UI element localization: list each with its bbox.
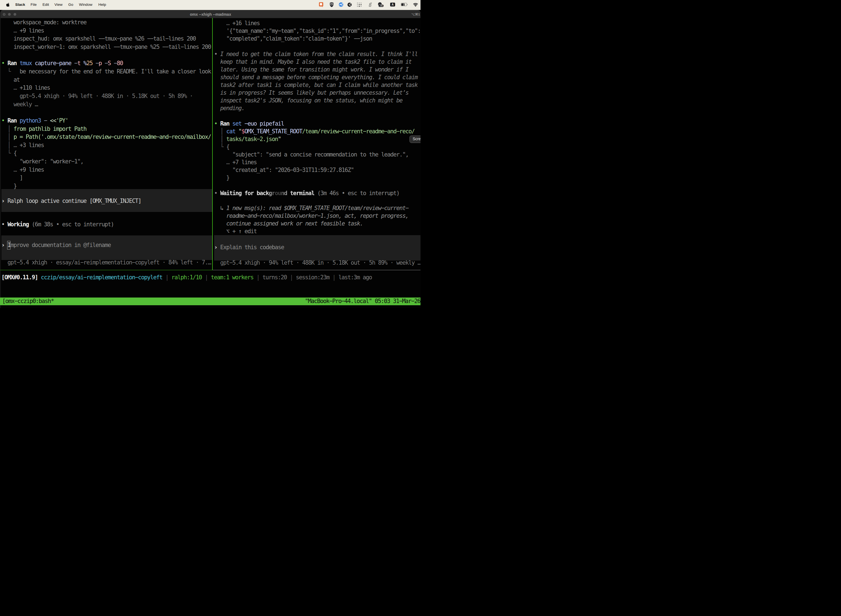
terminal-row: should send a message before completing … [214,73,418,81]
chat-app-icon[interactable] [319,0,324,10]
row-segment: Working [7,221,29,228]
terminal-row: "completed","claim_token":"claim−token"}… [214,35,372,43]
window-title-bar[interactable]: omx --xhigh --madmax ⌥⌘1 [0,10,420,18]
pane-divider[interactable] [212,18,212,270]
row-segment: gpt−5.4 xhigh · essay/ai−reimplementatio… [1,259,211,266]
terminal-row: readme−and−reco/mailbox/worker−1.json, a… [214,212,408,220]
row-segment: capture−pane [32,60,71,66]
terminal-row: "subject": "send a concise recommendatio… [214,151,408,158]
row-segment: gpt−5.4 xhigh · 94% left · 488K in · 5.1… [214,260,420,266]
row-segment: t [77,60,80,66]
tmux-status-bar: [omx−cczip0:bash* "MacBook−Pro−44.local"… [0,298,420,305]
row-segment: "subject": "send a concise recommendatio… [214,151,408,158]
row-segment: readme−and−reco/mailbox/worker−1.json, a… [214,213,408,219]
row-segment: " [235,128,242,135]
menu-app-name[interactable]: Slack [15,0,25,10]
row-segment: OMX_TEAM_STATE_ROOT [245,128,302,135]
row-segment: turns:20 [262,274,287,281]
back-circle-icon[interactable] [347,0,352,10]
row-segment: 80 [117,60,123,66]
row-segment: tmux [20,60,32,66]
row-segment: └ [214,144,226,150]
row-segment: [OMX#0.11.9] [1,274,38,281]
row-segment [16,60,20,66]
row-segment: keep that in mind. Maybe I also need the… [214,59,412,65]
terminal-row: } [214,174,229,182]
terminal-row: │ cat "$OMX_TEAM_STATE_ROOT/team/review−… [214,128,415,135]
row-segment: continue assigned work or next feasible … [214,220,363,227]
row-segment: Ralph loop active continue [OMX_TMUX_INJ… [7,198,141,204]
prompt-box-row: › Ralph loop active continue [OMX_TMUX_I… [1,197,141,205]
terminal-row: • I need to get the claim token from the… [214,50,418,58]
terminal-row: task2 after task1 is complete, but can I… [214,81,418,89]
row-segment: • [1,60,7,66]
row-segment: " [278,136,281,142]
row-segment: Ran [220,120,229,127]
row-segment: (6m 38s • esc to interrupt) [29,221,114,228]
menu-item-window[interactable]: Window [79,0,92,10]
row-segment: • [214,51,220,57]
row-segment: | [329,274,338,281]
row-segment: cczip/essay/ai−reimplementation−copyleft [41,274,162,281]
terminal-row: … +16 lines [214,19,259,27]
row-segment: $ [242,128,245,135]
input-box-row: › Improve documentation in @filename [1,241,111,249]
row-segment: − [41,117,47,124]
terminal-row: "created_at": "2026−03−31T11:59:27.816Z" [214,166,354,174]
row-segment: › [214,244,220,251]
terminal-row: ] [1,174,23,182]
row-segment: │ [1,133,13,140]
row-segment: inspect_worker−1: omx sparkshell −−tmux−… [1,44,211,50]
row-segment: • [214,190,220,197]
tmux-pane-left[interactable]: workspace_mode: worktree … +9 lines insp… [0,18,212,270]
pane-status-row: gpt−5.4 xhigh · essay/ai−reimplementatio… [1,259,211,267]
terminal-row: ⌥ + ↑ edit [214,227,256,235]
seahorse-icon[interactable] [368,0,372,10]
wifi-icon[interactable] [413,0,418,10]
cloud-badge-icon[interactable]: ..61 [378,0,384,10]
pane-border-bottom-left [0,270,212,270]
row-segment: Ran [7,60,16,66]
window-shortcut-badge: ⌥⌘1 [412,10,420,18]
tree-connector-line [222,128,222,144]
row-segment: … [13,142,20,148]
menu-item-help[interactable]: Help [98,0,106,10]
row-segment: +3 lines [20,142,44,148]
row-segment: % [80,60,86,66]
menu-item-edit[interactable]: Edit [42,0,49,10]
row-segment: (3m 46s • esc to interrupt) [314,190,399,197]
row-segment: 'PY' [56,117,68,124]
row-segment: cat [226,128,235,135]
terminal-row: weekly … [1,100,38,109]
blue-pulse-icon[interactable] [338,0,343,10]
shield-grid-icon[interactable] [330,0,334,10]
tmux-pane-right[interactable]: … +16 lines '{"team_name":"my−team","tas… [213,18,420,270]
screen-overlay-button[interactable]: Scre [409,135,421,143]
tmux-host-clock: "MacBook−Pro−44.local" 05:03 31−Mar−26 [305,298,420,305]
apple-icon[interactable] [6,3,10,8]
row-segment: ralph:1/10 [171,274,202,281]
terminal-row: • Ran tmux capture−pane −t %25 −p −S −80 [1,59,123,67]
row-segment: "completed","claim_token":"claim−token"}… [214,35,372,42]
row-segment: mprove documentation in @filename [10,242,111,248]
row-segment: | [162,274,171,281]
terminal-row: │ … +3 lines [1,141,44,150]
row-segment: /team/review−current−readme−and−reco/ [302,128,415,135]
menu-item-go[interactable]: Go [68,0,73,10]
input-source-icon[interactable]: A [390,0,395,10]
row-segment: +16 lines [232,20,259,26]
terminal-row: │ from pathlib import Path [1,125,86,133]
row-segment: weekly … [1,101,38,108]
row-segment: │ [214,128,226,135]
menu-item-file[interactable]: File [31,0,37,10]
battery-charging-icon[interactable] [401,0,408,10]
pane-border-bottom-right [213,270,420,270]
menu-item-view[interactable]: View [54,0,62,10]
pane-status-row: gpt−5.4 xhigh · 94% left · 488K in · 5.1… [214,259,420,267]
row-segment: | [287,274,296,281]
working-status-row: • Working (6m 38s • esc to interrupt) [1,220,114,229]
row-segment: − [111,60,117,66]
dots-grid-icon[interactable] [356,0,362,10]
terminal-row: … +9 lines [1,166,44,174]
row-segment: … [214,159,232,166]
